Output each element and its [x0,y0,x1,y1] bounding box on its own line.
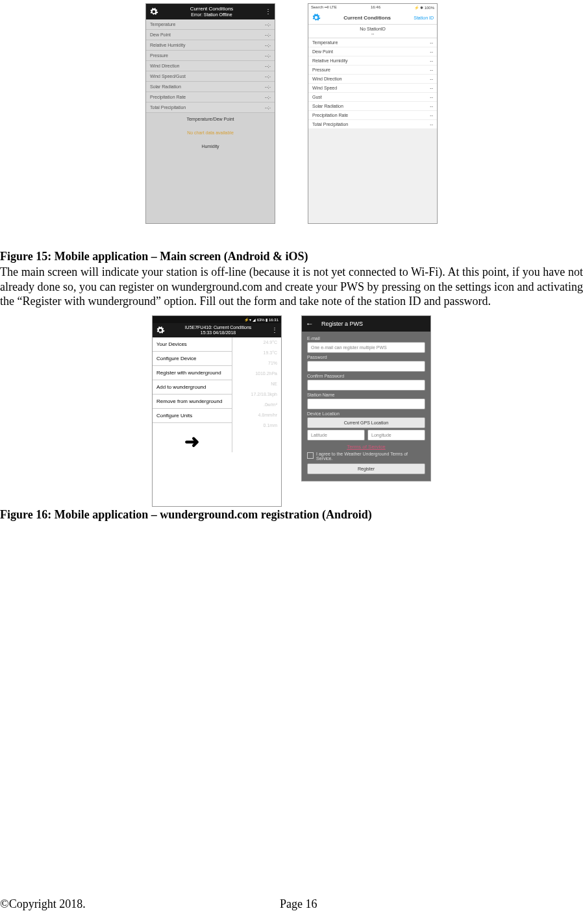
menu-item-your-devices[interactable]: Your Devices [153,337,232,352]
email-field[interactable]: One e-mail can register multiple PWS [307,342,425,353]
metric-row[interactable]: Temperature--;- [146,19,275,30]
metric-row[interactable]: Pressure-- [308,66,437,75]
gear-icon[interactable] [149,7,158,16]
kebab-menu-icon[interactable]: ⋮ [265,8,271,15]
device-location-label: Device Location [307,411,425,416]
android-header: IU5E7FU410: Current Conditions 15:33 04/… [153,323,281,338]
figure-15-caption: Figure 15: Mobile application – Main scr… [0,250,583,263]
ios-main-screen: Search ••ll LTE 16:46 ⚡ ✱ 100% Current C… [308,3,438,224]
figure-16-screenshots: ⚡ ▾ ◢ 63% ▮ 16:31 IU5E7FU410: Current Co… [0,309,583,507]
gps-location-button[interactable]: Current GPS Location [307,417,425,428]
ios-metric-rows: Temperature-- Dew Point-- Relative Humid… [308,38,437,129]
checkbox-icon[interactable] [307,452,314,459]
chart-title: Temperature/Dew Point [146,113,275,125]
background-values: 24.9°C 19.3°C 71% 1010.2hPa NE 17.2/18.3… [251,337,277,431]
menu-item-configure-device[interactable]: Configure Device [153,352,232,366]
copyright-text: ©Copyright 2018. [0,897,280,911]
metric-row[interactable]: Total Precipitation-- [308,120,437,129]
metric-row[interactable]: Solar Radiation-- [308,102,437,111]
metric-row[interactable]: Total Precipitation--;- [146,103,275,113]
menu-item-add-wunderground[interactable]: Add to wunderground [153,380,232,395]
android-header: Current Conditions Error: Station Offlin… [146,4,275,19]
password-field[interactable] [307,361,425,372]
latitude-field[interactable]: Latitude [307,430,365,441]
password-label: Password [307,355,425,359]
metric-row[interactable]: Wind Speed-- [308,84,437,93]
metric-row[interactable]: Dew Point--;- [146,30,275,40]
figure-15-screenshots: Current Conditions Error: Station Offlin… [0,0,583,230]
menu-item-configure-units[interactable]: Configure Units [153,409,232,423]
chart-title: Humidity [146,140,275,223]
metric-row[interactable]: Pressure--;- [146,51,275,61]
agree-text: I agree to the Weather Underground Terms… [316,452,425,461]
no-chart-message: No chart data available [146,125,275,140]
android-statusbar: ⚡ ▾ ◢ 63% ▮ 16:31 [153,316,281,323]
register-button[interactable]: Register [307,463,425,474]
register-header: ← Register a PWS [302,316,430,332]
agree-checkbox-row[interactable]: I agree to the Weather Underground Terms… [307,452,425,461]
confirm-password-field[interactable] [307,380,425,391]
ios-header: Current Conditions Station ID [308,11,437,25]
metric-row[interactable]: Temperature-- [308,38,437,47]
terms-of-service-link[interactable]: Terms of Service [307,444,425,450]
kebab-menu-icon[interactable]: ⋮ [271,326,278,334]
metric-row[interactable]: Precipitation Rate--;- [146,92,275,103]
page-number: Page 16 [280,897,317,911]
figure-16-caption: Figure 16: Mobile application – wundergr… [0,508,583,522]
gear-icon[interactable] [312,13,321,22]
android-metric-rows: Temperature--;- Dew Point--;- Relative H… [146,19,275,113]
android-main-screen: Current Conditions Error: Station Offlin… [145,3,275,224]
arrow-icon: ➜ [153,423,232,452]
metric-row[interactable]: Wind Speed/Gust--;- [146,71,275,82]
metric-row[interactable]: Relative Humidity--;- [146,40,275,51]
metric-row[interactable]: Wind Direction-- [308,75,437,84]
metric-row[interactable]: Solar Radiation--;- [146,82,275,92]
back-arrow-icon[interactable]: ← [306,319,314,328]
paragraph-1: The main screen will indicate your stati… [0,265,583,309]
ios-substatus: No StationID -- [308,25,437,38]
register-pws-screen: ← Register a PWS E-mail One e-mail can r… [301,315,431,481]
confirm-password-label: Confirm Password [307,374,425,378]
android-title: Current Conditions [190,6,234,12]
menu-item-register-wunderground[interactable]: Register with wunderground [153,366,232,380]
metric-row[interactable]: Gust-- [308,93,437,102]
android-subtitle: Error: Station Offline [158,12,265,18]
ios-statusbar: Search ••ll LTE 16:46 ⚡ ✱ 100% [308,4,437,11]
email-label: E-mail [307,336,425,341]
android-title-line1: IU5E7FU410: Current Conditions [185,325,252,330]
ios-blank-area [308,129,437,223]
dropdown-menu: Your Devices Configure Device Register w… [153,337,232,452]
station-name-field[interactable] [307,398,425,409]
ios-title: Current Conditions [321,15,414,21]
metric-row[interactable]: Dew Point-- [308,47,437,56]
android-title-line2: 15:33 04/18/2018 [165,330,271,335]
metric-row[interactable]: Wind Direction--;- [146,61,275,71]
gear-icon[interactable] [156,326,165,335]
metric-row[interactable]: Relative Humidity-- [308,56,437,66]
station-name-label: Station Name [307,393,425,397]
android-menu-screen: ⚡ ▾ ◢ 63% ▮ 16:31 IU5E7FU410: Current Co… [152,315,282,507]
metric-row[interactable]: Precipitation Rate-- [308,111,437,120]
menu-item-remove-wunderground[interactable]: Remove from wunderground [153,395,232,409]
page-footer: ©Copyright 2018. Page 16 [0,897,583,911]
register-title: Register a PWS [321,321,363,327]
longitude-field[interactable]: Longitude [367,430,425,441]
station-id-link[interactable]: Station ID [414,16,434,20]
